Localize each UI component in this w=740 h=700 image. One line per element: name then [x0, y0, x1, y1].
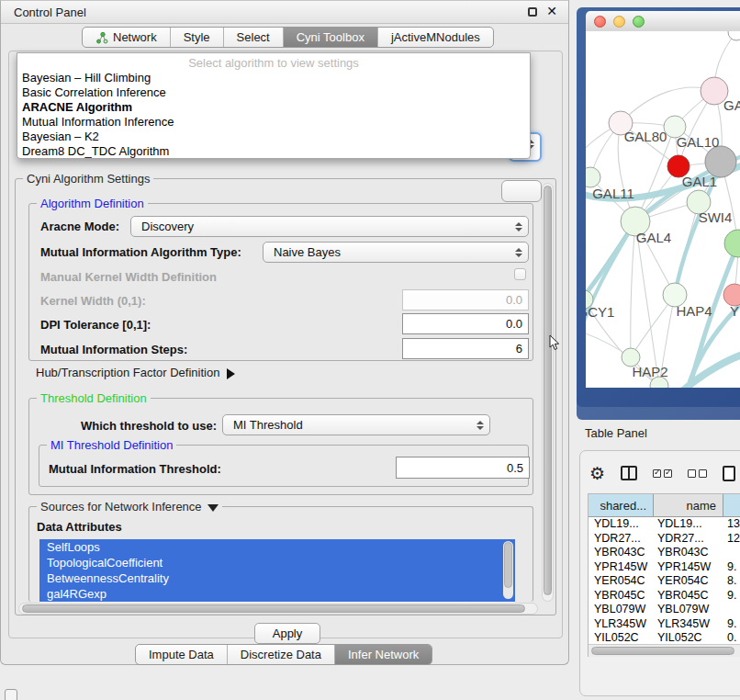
- aracne-mode-combo[interactable]: Discovery: [130, 216, 529, 237]
- scrollbar-thumb[interactable]: [504, 542, 512, 588]
- cell[interactable]: 12: [723, 532, 740, 547]
- network-node-gal11[interactable]: [586, 167, 600, 187]
- cell[interactable]: 0.: [723, 631, 740, 644]
- table-row[interactable]: YDL19...YDL19...13: [589, 517, 740, 532]
- hub-definition-expander[interactable]: Hub/Transcription Factor Definition: [36, 366, 235, 379]
- cell[interactable]: YER054C: [654, 574, 723, 589]
- tab-jactivemnodules[interactable]: jActiveMNodules: [378, 28, 493, 47]
- column-header-partial[interactable]: [723, 494, 740, 516]
- list-item-selfloops[interactable]: SelfLoops: [39, 539, 515, 555]
- network-node[interactable]: [728, 31, 740, 40]
- cell[interactable]: [723, 603, 740, 617]
- cell[interactable]: [723, 546, 740, 560]
- cell[interactable]: YBL079W: [589, 603, 654, 617]
- cell[interactable]: 9.: [723, 560, 740, 575]
- cell[interactable]: YPR145W: [654, 560, 723, 575]
- table-row[interactable]: YBL079WYBL079W: [589, 603, 740, 617]
- close-icon[interactable]: ✕: [546, 4, 557, 18]
- which-threshold-combo[interactable]: MI Threshold: [222, 414, 490, 435]
- dpi-tolerance-input[interactable]: [402, 313, 529, 334]
- minimized-panel-icon[interactable]: [5, 689, 17, 700]
- cell[interactable]: YIL052C: [589, 631, 654, 644]
- columns-icon[interactable]: [621, 466, 637, 480]
- cell[interactable]: YLR345W: [589, 617, 654, 632]
- combo-spinner-icon: [475, 418, 485, 433]
- network-canvas[interactable]: GALGAL80GAL10GAL1GAL11SWI4GAL4GCY1HAP4YH…: [586, 31, 740, 388]
- dropdown-item-dream8[interactable]: Dream8 DC_TDC Algorithm: [17, 144, 530, 159]
- tab-discretize-data[interactable]: Discretize Data: [228, 645, 335, 664]
- cell[interactable]: YPR145W: [589, 560, 654, 575]
- cell[interactable]: YBR045C: [654, 589, 723, 604]
- settings-horizontal-scrollbar[interactable]: [18, 603, 538, 615]
- control-panel-title: Control Panel: [1, 6, 86, 19]
- table-row[interactable]: YBR045CYBR045C9.: [589, 589, 740, 604]
- kernel-width-label: Kernel Width (0,1):: [40, 294, 146, 308]
- table-row[interactable]: YPR145WYPR145W9.: [589, 560, 740, 575]
- scrollbar-thumb[interactable]: [22, 604, 525, 613]
- collapse-arrow-icon[interactable]: [207, 504, 219, 512]
- tab-infer-network[interactable]: Infer Network: [335, 645, 432, 664]
- cell[interactable]: YBR043C: [589, 546, 654, 560]
- cell[interactable]: YDR27...: [654, 532, 723, 547]
- scrollbar-thumb[interactable]: [544, 186, 552, 595]
- dropdown-item-bayesian-hill-climbing[interactable]: Bayesian – Hill Climbing: [17, 71, 530, 85]
- hub-definition-label: Hub/Transcription Factor Definition: [36, 366, 219, 379]
- column-header-shared-name[interactable]: shared...: [589, 494, 654, 516]
- float-window-icon[interactable]: [528, 7, 537, 17]
- data-attributes-label: Data Attributes: [37, 520, 122, 534]
- mi-steps-input[interactable]: [402, 338, 529, 359]
- node-table: shared... name YDL19...YDL19...13 YDR27.…: [588, 493, 740, 657]
- gear-icon[interactable]: ⚙: [589, 463, 605, 483]
- network-node[interactable]: [705, 146, 736, 177]
- table-row[interactable]: YIL052CYIL052C0.: [589, 631, 740, 644]
- mi-type-combo[interactable]: Naive Bayes: [263, 242, 529, 263]
- cell[interactable]: YLR345W: [654, 617, 723, 632]
- table-horizontal-scrollbar[interactable]: [589, 644, 740, 657]
- manual-kernel-checkbox[interactable]: [514, 268, 526, 280]
- zoom-traffic-light-icon[interactable]: [633, 16, 645, 28]
- tab-cyni-toolbox[interactable]: Cyni Toolbox: [284, 28, 378, 47]
- settings-vertical-scrollbar[interactable]: [542, 183, 554, 602]
- deselect-all-columns-icon[interactable]: [688, 469, 707, 478]
- tab-impute-data[interactable]: Impute Data: [136, 645, 228, 664]
- cell[interactable]: 8.: [723, 574, 740, 589]
- cell[interactable]: YDL19...: [589, 517, 654, 532]
- dropdown-item-mutual-information[interactable]: Mutual Information Inference: [17, 115, 530, 130]
- kernel-width-input[interactable]: [402, 289, 529, 310]
- cell[interactable]: YIL052C: [654, 631, 723, 644]
- minimize-traffic-light-icon[interactable]: [613, 16, 625, 28]
- cell[interactable]: YDR27...: [589, 532, 654, 547]
- cell[interactable]: YBL079W: [654, 603, 723, 617]
- table-row[interactable]: YDR27...YDR27...12: [589, 532, 740, 547]
- list-item-betweennesscentrality[interactable]: BetweennessCentrality: [39, 570, 515, 586]
- cell[interactable]: YBR043C: [654, 546, 723, 560]
- close-traffic-light-icon[interactable]: [594, 16, 606, 28]
- table-row[interactable]: YER054CYER054C8.: [589, 574, 740, 589]
- node-label-y: Y: [730, 303, 739, 319]
- new-column-icon[interactable]: [723, 466, 735, 481]
- dropdown-item-aracne[interactable]: ARACNE Algorithm: [17, 100, 530, 115]
- cell[interactable]: YER054C: [589, 574, 654, 589]
- attribute-list-scrollbar[interactable]: [503, 541, 513, 599]
- scrollbar-thumb[interactable]: [591, 647, 734, 655]
- list-item-topologicalcoefficient[interactable]: TopologicalCoefficient: [39, 555, 515, 570]
- dropdown-item-basic-correlation[interactable]: Basic Correlation Inference: [17, 85, 530, 100]
- expand-arrow-icon[interactable]: [227, 368, 235, 379]
- cell[interactable]: 9.: [723, 617, 740, 632]
- cell[interactable]: YBR045C: [589, 589, 654, 604]
- apply-button[interactable]: Apply: [254, 623, 320, 644]
- mi-threshold-input[interactable]: [396, 457, 530, 479]
- tab-network[interactable]: Network: [83, 28, 171, 47]
- select-all-columns-icon[interactable]: [653, 469, 672, 478]
- table-row[interactable]: YBR043CYBR043C: [589, 546, 740, 560]
- network-node[interactable]: [724, 230, 740, 257]
- tab-select[interactable]: Select: [224, 28, 284, 47]
- cell[interactable]: 9.: [723, 589, 740, 604]
- list-item-gal4rgexp[interactable]: gal4RGexp: [39, 586, 515, 602]
- tab-style[interactable]: Style: [171, 28, 224, 47]
- table-row[interactable]: YLR345WYLR345W9.: [589, 617, 740, 632]
- cell[interactable]: YDL19...: [654, 517, 723, 532]
- dropdown-item-bayesian-k2[interactable]: Bayesian – K2: [17, 130, 530, 144]
- cell[interactable]: 13: [723, 517, 740, 532]
- column-header-name[interactable]: name: [654, 494, 723, 516]
